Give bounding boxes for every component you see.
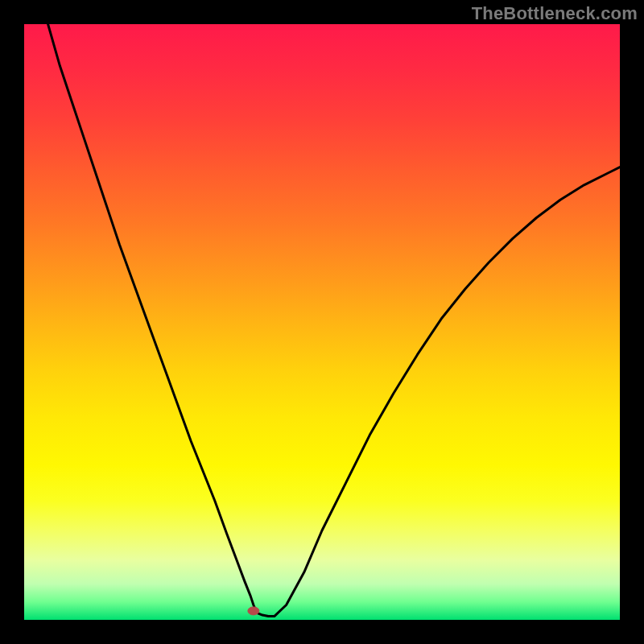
optimum-marker xyxy=(248,607,259,615)
watermark-text: TheBottleneck.com xyxy=(472,3,638,24)
chart-frame: TheBottleneck.com xyxy=(0,0,644,644)
bottleneck-curve xyxy=(48,24,620,617)
plot-area xyxy=(24,24,620,620)
chart-svg xyxy=(24,24,620,620)
